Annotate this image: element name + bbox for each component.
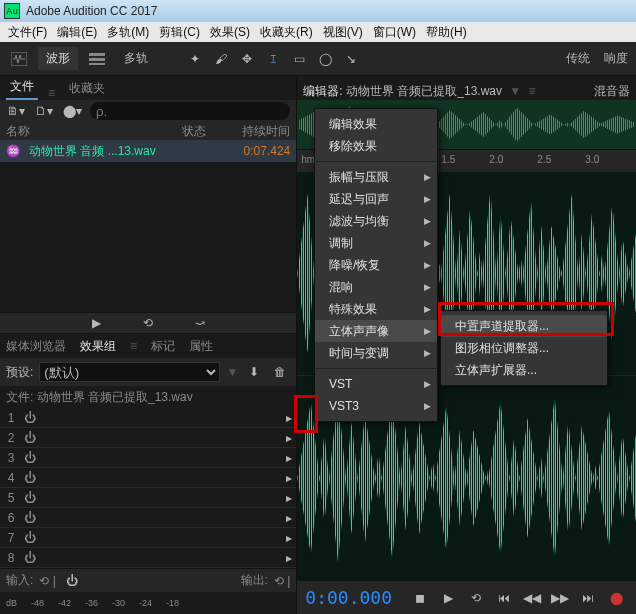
chevron-right-icon[interactable]: ▸ [286, 531, 292, 545]
loop-icon[interactable]: ⟲ [464, 588, 488, 608]
menu-view[interactable]: 视图(V) [319, 24, 367, 41]
tab-files[interactable]: 文件 [6, 74, 38, 100]
menu-clip[interactable]: 剪辑(C) [155, 24, 204, 41]
delete-preset-icon[interactable]: 🗑 [270, 363, 290, 381]
workspace-traditional[interactable]: 传统 [566, 50, 590, 67]
workspace-loudness[interactable]: 响度 [604, 50, 628, 67]
move-tool-icon[interactable]: ✥ [236, 48, 258, 70]
fx-slot[interactable]: 7⏻▸ [0, 528, 296, 548]
record-icon[interactable]: ⬤ [604, 588, 628, 608]
stop-icon[interactable]: ◼ [408, 588, 432, 608]
power-icon[interactable]: ⏻ [24, 551, 36, 565]
fx-slot[interactable]: 2⏻▸ [0, 428, 296, 448]
multitrack-mode-icon[interactable] [86, 48, 108, 70]
menu-bar[interactable]: 文件(F) 编辑(E) 多轨(M) 剪辑(C) 效果(S) 收藏夹(R) 视图(… [0, 22, 636, 42]
ctx-time-pitch[interactable]: 时间与变调 [315, 342, 437, 364]
play-icon[interactable]: ▶ [84, 313, 108, 333]
stereo-imagery-submenu[interactable]: 中置声道提取器... 图形相位调整器... 立体声扩展器... [440, 310, 608, 386]
autoplay-icon[interactable]: ⤻ [188, 313, 212, 333]
time-select-icon[interactable]: 𝙸 [262, 48, 284, 70]
chevron-right-icon[interactable]: ▸ [286, 471, 292, 485]
new-file-icon[interactable]: 🗋▾ [34, 102, 54, 120]
fx-slot[interactable]: 6⏻▸ [0, 508, 296, 528]
menu-file[interactable]: 文件(F) [4, 24, 51, 41]
col-name[interactable]: 名称 [6, 123, 174, 140]
power-icon[interactable]: ⏻ [24, 411, 36, 425]
app-logo-icon: Au [4, 3, 20, 19]
ctx-noise-reduction[interactable]: 降噪/恢复 [315, 254, 437, 276]
chevron-right-icon[interactable]: ▸ [286, 451, 292, 465]
fx-slot[interactable]: 3⏻▸ [0, 448, 296, 468]
fx-slot[interactable]: 5⏻▸ [0, 488, 296, 508]
skip-back-icon[interactable]: ⏮ [492, 588, 516, 608]
power-icon[interactable]: ⏻ [24, 491, 36, 505]
ffwd-icon[interactable]: ▶▶ [548, 588, 572, 608]
open-file-icon[interactable]: 🗎▾ [6, 102, 26, 120]
waveform-mode-icon[interactable] [8, 48, 30, 70]
menu-edit[interactable]: 编辑(E) [53, 24, 101, 41]
fx-slot[interactable]: 1⏻▸ [0, 408, 296, 428]
skip-fwd-icon[interactable]: ⏭ [576, 588, 600, 608]
ctx-remove-effects[interactable]: 移除效果 [315, 135, 437, 157]
power-icon[interactable]: ⏻ [24, 531, 36, 545]
brush-icon[interactable]: 🖌 [210, 48, 232, 70]
record-icon[interactable]: ⬤▾ [62, 102, 82, 120]
ctx-stereo-imagery[interactable]: 立体声声像 [315, 320, 437, 342]
chevron-right-icon[interactable]: ▸ [286, 491, 292, 505]
fx-power-icon[interactable]: ⏻ [62, 572, 82, 590]
spot-healing-icon[interactable]: ✦ [184, 48, 206, 70]
tab-properties[interactable]: 属性 [189, 338, 213, 355]
menu-multitrack[interactable]: 多轨(M) [103, 24, 153, 41]
sub-center-channel-extractor[interactable]: 中置声道提取器... [441, 315, 607, 337]
ctx-delay[interactable]: 延迟与回声 [315, 188, 437, 210]
sub-stereo-expander[interactable]: 立体声扩展器... [441, 359, 607, 381]
effects-panel-tabs: 媒体浏览器 效果组 ≡ 标记 属性 [0, 334, 296, 358]
power-icon[interactable]: ⏻ [24, 471, 36, 485]
mixer-tab[interactable]: 混音器 [594, 83, 630, 100]
chevron-right-icon[interactable]: ▸ [286, 411, 292, 425]
menu-help[interactable]: 帮助(H) [422, 24, 471, 41]
eyedropper-icon[interactable]: ↘ [340, 48, 362, 70]
col-state[interactable]: 状态 [182, 123, 222, 140]
file-search-input[interactable] [90, 102, 290, 120]
ctx-special[interactable]: 特殊效果 [315, 298, 437, 320]
fx-slot[interactable]: 8⏻▸ [0, 548, 296, 568]
col-duration[interactable]: 持续时间 [230, 123, 290, 140]
ctx-amplitude[interactable]: 振幅与压限 [315, 166, 437, 188]
file-row[interactable]: ♒ 动物世界 音频 ...13.wav 0:07.424 [0, 140, 296, 162]
menu-favorites[interactable]: 收藏夹(R) [256, 24, 317, 41]
loop-icon[interactable]: ⟲ [136, 313, 160, 333]
editor-tab[interactable]: 编辑器: 动物世界 音频已提取_13.wav ▼ ≡ [303, 83, 580, 100]
ctx-edit-effects[interactable]: 编辑效果 [315, 113, 437, 135]
fx-slot[interactable]: 4⏻▸ [0, 468, 296, 488]
ctx-reverb[interactable]: 混响 [315, 276, 437, 298]
sub-graphic-phase-shifter[interactable]: 图形相位调整器... [441, 337, 607, 359]
chevron-right-icon[interactable]: ▸ [286, 551, 292, 565]
power-icon[interactable]: ⏻ [24, 511, 36, 525]
chevron-right-icon[interactable]: ▸ [286, 511, 292, 525]
import-preset-icon[interactable]: ⬇ [244, 363, 264, 381]
ctx-filter-eq[interactable]: 滤波与均衡 [315, 210, 437, 232]
tab-effects-rack[interactable]: 效果组 [80, 338, 116, 355]
play-icon[interactable]: ▶ [436, 588, 460, 608]
tab-markers[interactable]: 标记 [151, 338, 175, 355]
tab-media-browser[interactable]: 媒体浏览器 [6, 338, 66, 355]
ctx-vst[interactable]: VST [315, 373, 437, 395]
lasso-icon[interactable]: ◯ [314, 48, 336, 70]
menu-effects[interactable]: 效果(S) [206, 24, 254, 41]
tab-favorites[interactable]: 收藏夹 [65, 76, 109, 100]
mode-waveform-tab[interactable]: 波形 [38, 47, 78, 70]
preset-select[interactable]: (默认) [39, 362, 220, 382]
app-title: Adobe Audition CC 2017 [26, 4, 157, 18]
power-icon[interactable]: ⏻ [24, 431, 36, 445]
effects-context-menu[interactable]: 编辑效果 移除效果 振幅与压限 延迟与回声 滤波与均衡 调制 降噪/恢复 混响 … [314, 108, 438, 422]
timecode-display[interactable]: 0:00.000 [305, 587, 392, 608]
rewind-icon[interactable]: ◀◀ [520, 588, 544, 608]
menu-window[interactable]: 窗口(W) [369, 24, 420, 41]
power-icon[interactable]: ⏻ [24, 451, 36, 465]
chevron-right-icon[interactable]: ▸ [286, 431, 292, 445]
ctx-vst3[interactable]: VST3 [315, 395, 437, 417]
marquee-icon[interactable]: ▭ [288, 48, 310, 70]
mode-multitrack-tab[interactable]: 多轨 [116, 47, 156, 70]
ctx-modulation[interactable]: 调制 [315, 232, 437, 254]
